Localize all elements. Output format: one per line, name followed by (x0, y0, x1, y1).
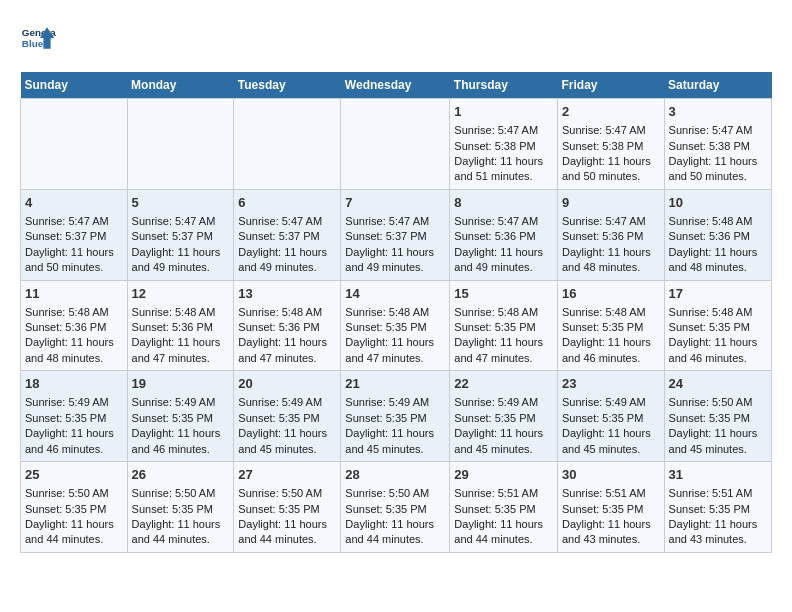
day-number: 26 (132, 466, 230, 484)
day-info: Sunrise: 5:47 AM (132, 214, 230, 229)
day-info: and 44 minutes. (345, 532, 445, 547)
calendar-cell: 23Sunrise: 5:49 AMSunset: 5:35 PMDayligh… (557, 371, 664, 462)
day-info: Sunset: 5:38 PM (454, 139, 553, 154)
day-info: Daylight: 11 hours (345, 245, 445, 260)
calendar-week-4: 18Sunrise: 5:49 AMSunset: 5:35 PMDayligh… (21, 371, 772, 462)
day-info: Sunrise: 5:48 AM (562, 305, 660, 320)
day-info: Sunset: 5:35 PM (345, 502, 445, 517)
weekday-header-row: SundayMondayTuesdayWednesdayThursdayFrid… (21, 72, 772, 99)
day-info: Sunrise: 5:47 AM (669, 123, 767, 138)
calendar-week-5: 25Sunrise: 5:50 AMSunset: 5:35 PMDayligh… (21, 462, 772, 553)
day-info: Daylight: 11 hours (669, 517, 767, 532)
day-info: Sunset: 5:37 PM (25, 229, 123, 244)
calendar-cell: 7Sunrise: 5:47 AMSunset: 5:37 PMDaylight… (341, 189, 450, 280)
calendar-cell: 3Sunrise: 5:47 AMSunset: 5:38 PMDaylight… (664, 99, 771, 190)
day-info: and 48 minutes. (25, 351, 123, 366)
calendar-cell: 1Sunrise: 5:47 AMSunset: 5:38 PMDaylight… (450, 99, 558, 190)
day-info: Daylight: 11 hours (25, 335, 123, 350)
day-info: and 46 minutes. (562, 351, 660, 366)
day-number: 28 (345, 466, 445, 484)
calendar-week-1: 1Sunrise: 5:47 AMSunset: 5:38 PMDaylight… (21, 99, 772, 190)
calendar-cell: 6Sunrise: 5:47 AMSunset: 5:37 PMDaylight… (234, 189, 341, 280)
day-info: Sunset: 5:35 PM (345, 411, 445, 426)
calendar-cell (234, 99, 341, 190)
weekday-header-sunday: Sunday (21, 72, 128, 99)
calendar-cell (21, 99, 128, 190)
day-number: 25 (25, 466, 123, 484)
weekday-header-thursday: Thursday (450, 72, 558, 99)
calendar-cell (127, 99, 234, 190)
calendar-body: 1Sunrise: 5:47 AMSunset: 5:38 PMDaylight… (21, 99, 772, 553)
day-info: Sunrise: 5:48 AM (345, 305, 445, 320)
day-info: Sunrise: 5:48 AM (669, 305, 767, 320)
day-info: Sunset: 5:35 PM (345, 320, 445, 335)
calendar-cell: 29Sunrise: 5:51 AMSunset: 5:35 PMDayligh… (450, 462, 558, 553)
day-info: Sunrise: 5:51 AM (562, 486, 660, 501)
weekday-header-monday: Monday (127, 72, 234, 99)
day-info: Sunrise: 5:51 AM (454, 486, 553, 501)
day-number: 9 (562, 194, 660, 212)
day-info: Sunrise: 5:48 AM (238, 305, 336, 320)
weekday-header-tuesday: Tuesday (234, 72, 341, 99)
day-info: and 44 minutes. (25, 532, 123, 547)
day-info: Daylight: 11 hours (238, 335, 336, 350)
day-info: and 44 minutes. (238, 532, 336, 547)
day-info: Sunrise: 5:49 AM (454, 395, 553, 410)
day-info: and 44 minutes. (132, 532, 230, 547)
day-info: Daylight: 11 hours (562, 426, 660, 441)
calendar-cell: 15Sunrise: 5:48 AMSunset: 5:35 PMDayligh… (450, 280, 558, 371)
day-info: Daylight: 11 hours (345, 517, 445, 532)
day-info: and 43 minutes. (669, 532, 767, 547)
day-info: and 45 minutes. (454, 442, 553, 457)
day-info: Daylight: 11 hours (669, 426, 767, 441)
day-info: Daylight: 11 hours (669, 154, 767, 169)
day-number: 6 (238, 194, 336, 212)
day-info: and 45 minutes. (238, 442, 336, 457)
day-info: Daylight: 11 hours (345, 335, 445, 350)
day-info: Sunrise: 5:50 AM (132, 486, 230, 501)
day-info: Sunset: 5:35 PM (562, 320, 660, 335)
calendar-cell: 12Sunrise: 5:48 AMSunset: 5:36 PMDayligh… (127, 280, 234, 371)
calendar-cell: 31Sunrise: 5:51 AMSunset: 5:35 PMDayligh… (664, 462, 771, 553)
day-info: Sunset: 5:35 PM (454, 320, 553, 335)
day-info: and 47 minutes. (345, 351, 445, 366)
day-info: and 46 minutes. (25, 442, 123, 457)
day-number: 13 (238, 285, 336, 303)
day-info: Daylight: 11 hours (25, 245, 123, 260)
day-info: Sunrise: 5:48 AM (669, 214, 767, 229)
day-info: Sunset: 5:37 PM (345, 229, 445, 244)
day-info: and 50 minutes. (562, 169, 660, 184)
day-info: and 51 minutes. (454, 169, 553, 184)
calendar-week-2: 4Sunrise: 5:47 AMSunset: 5:37 PMDaylight… (21, 189, 772, 280)
day-info: and 45 minutes. (669, 442, 767, 457)
day-info: Daylight: 11 hours (454, 335, 553, 350)
day-info: Daylight: 11 hours (238, 517, 336, 532)
day-number: 29 (454, 466, 553, 484)
day-number: 3 (669, 103, 767, 121)
svg-text:Blue: Blue (22, 38, 44, 49)
day-info: Sunset: 5:35 PM (25, 502, 123, 517)
day-info: Sunrise: 5:49 AM (345, 395, 445, 410)
day-info: Daylight: 11 hours (562, 335, 660, 350)
day-info: and 45 minutes. (345, 442, 445, 457)
weekday-header-saturday: Saturday (664, 72, 771, 99)
day-info: Sunrise: 5:47 AM (345, 214, 445, 229)
day-info: Sunset: 5:35 PM (669, 502, 767, 517)
day-number: 10 (669, 194, 767, 212)
day-number: 22 (454, 375, 553, 393)
day-info: and 45 minutes. (562, 442, 660, 457)
page-header: General Blue (20, 20, 772, 56)
day-number: 18 (25, 375, 123, 393)
day-info: Sunset: 5:36 PM (562, 229, 660, 244)
day-info: Daylight: 11 hours (454, 517, 553, 532)
day-info: Sunrise: 5:47 AM (238, 214, 336, 229)
day-info: and 48 minutes. (669, 260, 767, 275)
day-info: Daylight: 11 hours (132, 335, 230, 350)
day-number: 31 (669, 466, 767, 484)
calendar-cell: 9Sunrise: 5:47 AMSunset: 5:36 PMDaylight… (557, 189, 664, 280)
day-number: 17 (669, 285, 767, 303)
day-info: Sunset: 5:36 PM (25, 320, 123, 335)
day-number: 30 (562, 466, 660, 484)
calendar-cell: 22Sunrise: 5:49 AMSunset: 5:35 PMDayligh… (450, 371, 558, 462)
day-info: Sunrise: 5:47 AM (454, 123, 553, 138)
